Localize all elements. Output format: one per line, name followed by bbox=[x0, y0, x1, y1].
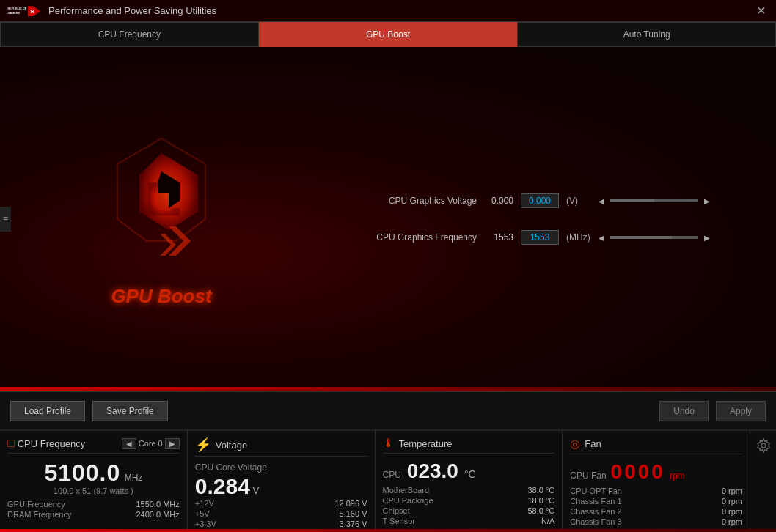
core-next-button[interactable]: ▶ bbox=[165, 438, 180, 449]
fan-header-title: Fan bbox=[585, 438, 601, 449]
voltage-slider-left[interactable]: ◀ bbox=[596, 196, 607, 207]
cpu-freq-header-icon: □ bbox=[7, 437, 15, 450]
freq-slider[interactable]: ◀ ▶ bbox=[596, 232, 713, 243]
freq-slider-track[interactable] bbox=[610, 236, 698, 239]
voltage-big-unit: V bbox=[252, 484, 259, 496]
tab-auto-tuning[interactable]: Auto Tuning bbox=[517, 22, 776, 47]
chassis-fan3-row: Chassis Fan 3 0 rpm bbox=[570, 517, 742, 526]
fan-big-value: 0000 bbox=[611, 460, 665, 484]
voltage-control-row: CPU Graphics Voltage 0.000 (V) ◀ ▶ bbox=[352, 193, 747, 208]
stats-voltage-section: ⚡ Voltage CPU Core Voltage 0.284 V +12V … bbox=[188, 431, 376, 532]
gpu-freq-value: 1550.0 MHz bbox=[136, 500, 179, 509]
cpu-freq-header-title: CPU Frequency bbox=[18, 438, 85, 449]
temp-header-title: Temperature bbox=[399, 438, 453, 449]
voltage-slider-track[interactable] bbox=[610, 199, 698, 202]
stats-cpu-freq-header: □ CPU Frequency ◀ Core 0 ▶ bbox=[7, 437, 180, 454]
bottom-buttons-bar: Load Profile Save Profile Undo Apply bbox=[0, 391, 776, 429]
voltage-static-value: 0.000 bbox=[484, 196, 513, 206]
voltage-section-label: CPU Core Voltage bbox=[195, 462, 367, 473]
svg-text:REPUBLIC OF: REPUBLIC OF bbox=[8, 7, 27, 10]
chipset-temp-row: Chipset 58.0 °C bbox=[383, 506, 555, 515]
freq-label: CPU Graphics Frequency bbox=[352, 232, 477, 243]
cpu-opt-fan-row: CPU OPT Fan 0 rpm bbox=[570, 487, 742, 495]
frequency-control-row: CPU Graphics Frequency 1553 (MHz) ◀ ▶ bbox=[352, 230, 747, 245]
voltage-label: CPU Graphics Voltage bbox=[352, 196, 477, 206]
voltage-slider-fill bbox=[610, 199, 654, 202]
rog-g-icon bbox=[103, 131, 220, 278]
settings-gear-button[interactable] bbox=[750, 431, 776, 532]
main-content: ≡ bbox=[0, 47, 776, 391]
undo-button[interactable]: Undo bbox=[659, 401, 709, 421]
tab-gpu-boost[interactable]: GPU Boost bbox=[259, 22, 518, 47]
stats-temp-header: 🌡 Temperature bbox=[383, 437, 555, 454]
voltage-slider-right[interactable]: ▶ bbox=[701, 196, 713, 207]
temp-big-unit: °C bbox=[464, 468, 476, 480]
t-sensor-row: T Sensor N/A bbox=[383, 517, 555, 525]
cpu-freq-sub: 100.0 x 51 (9.7 watts ) bbox=[7, 487, 180, 495]
fan-cpu-label: CPU Fan bbox=[570, 470, 606, 481]
stats-fan-section: ◎ Fan CPU Fan 0000 rpm CPU OPT Fan 0 rpm… bbox=[563, 431, 750, 532]
stats-bar: □ CPU Frequency ◀ Core 0 ▶ 5100.0 MHz 10… bbox=[0, 429, 776, 532]
voltage-header-icon: ⚡ bbox=[195, 437, 211, 453]
title-text: Performance and Power Saving Utilities bbox=[48, 5, 216, 16]
core-label: Core 0 bbox=[139, 439, 163, 448]
voltage-unit: (V) bbox=[566, 196, 588, 206]
dram-freq-row: DRAM Frequency 2400.0 MHz bbox=[7, 510, 180, 519]
gpu-boost-visual: GPU Boost bbox=[0, 47, 323, 391]
v5-row: +5V 5.160 V bbox=[195, 509, 367, 518]
freq-slider-right[interactable]: ▶ bbox=[701, 232, 713, 243]
cpu-freq-unit: MHz bbox=[125, 473, 143, 483]
freq-slider-left[interactable]: ◀ bbox=[596, 232, 607, 243]
voltage-big-value: 0.284 bbox=[195, 474, 250, 498]
fan-header-icon: ◎ bbox=[570, 437, 580, 451]
sidebar-toggle-button[interactable]: ≡ bbox=[0, 207, 11, 232]
freq-static-value: 1553 bbox=[484, 232, 513, 243]
stats-fan-header: ◎ Fan bbox=[570, 437, 742, 454]
temp-cpu-label: CPU bbox=[383, 470, 401, 480]
cpu-package-temp-row: CPU Package 18.0 °C bbox=[383, 496, 555, 505]
fan-big-unit: rpm bbox=[670, 470, 685, 481]
v12-row: +12V 12.096 V bbox=[195, 499, 367, 508]
freq-input[interactable] bbox=[521, 230, 559, 245]
chassis-fan1-row: Chassis Fan 1 0 rpm bbox=[570, 497, 742, 506]
freq-unit: (MHz) bbox=[566, 232, 588, 243]
core-prev-button[interactable]: ◀ bbox=[122, 438, 136, 449]
motherboard-temp-row: MotherBoard 38.0 °C bbox=[383, 486, 555, 495]
stats-voltage-header: ⚡ Voltage bbox=[195, 437, 367, 457]
freq-slider-fill bbox=[610, 236, 672, 239]
close-button[interactable]: ✕ bbox=[752, 2, 770, 19]
rog-logo-icon: REPUBLIC OF GAMERS R bbox=[6, 3, 43, 19]
svg-point-6 bbox=[761, 443, 766, 448]
stats-temperature-section: 🌡 Temperature CPU 023.0 °C MotherBoard 3… bbox=[376, 431, 563, 532]
svg-text:R: R bbox=[31, 8, 34, 13]
title-bar: REPUBLIC OF GAMERS R Performance and Pow… bbox=[0, 0, 776, 22]
controls-area: CPU Graphics Voltage 0.000 (V) ◀ ▶ CPU G… bbox=[323, 47, 776, 391]
gpu-boost-logo-area: GPU Boost bbox=[103, 131, 220, 308]
svg-text:GAMERS: GAMERS bbox=[8, 12, 21, 15]
dram-freq-label: DRAM Frequency bbox=[7, 510, 71, 519]
tab-cpu-frequency[interactable]: CPU Frequency bbox=[0, 22, 259, 47]
stats-cpu-frequency-section: □ CPU Frequency ◀ Core 0 ▶ 5100.0 MHz 10… bbox=[0, 431, 188, 532]
v33-row: +3.3V 3.376 V bbox=[195, 520, 367, 528]
load-profile-button[interactable]: Load Profile bbox=[10, 401, 85, 421]
voltage-slider[interactable]: ◀ ▶ bbox=[596, 196, 713, 207]
gpu-freq-row: GPU Frequency 1550.0 MHz bbox=[7, 500, 180, 509]
dram-freq-value: 2400.0 MHz bbox=[136, 510, 179, 519]
temp-header-icon: 🌡 bbox=[383, 437, 395, 450]
apply-button[interactable]: Apply bbox=[716, 401, 766, 421]
bottom-accent-bar bbox=[0, 387, 776, 391]
gpu-freq-label: GPU Frequency bbox=[7, 500, 65, 509]
cpu-freq-big-value: 5100.0 bbox=[44, 459, 120, 486]
save-profile-button[interactable]: Save Profile bbox=[92, 401, 168, 421]
temp-big-value: 023.0 bbox=[407, 459, 458, 483]
gpu-boost-label: GPU Boost bbox=[111, 285, 211, 308]
voltage-header-title: Voltage bbox=[216, 440, 247, 451]
gear-icon bbox=[756, 438, 771, 453]
voltage-input[interactable] bbox=[521, 193, 559, 208]
tab-bar: CPU Frequency GPU Boost Auto Tuning bbox=[0, 22, 776, 47]
chassis-fan2-row: Chassis Fan 2 0 rpm bbox=[570, 507, 742, 516]
